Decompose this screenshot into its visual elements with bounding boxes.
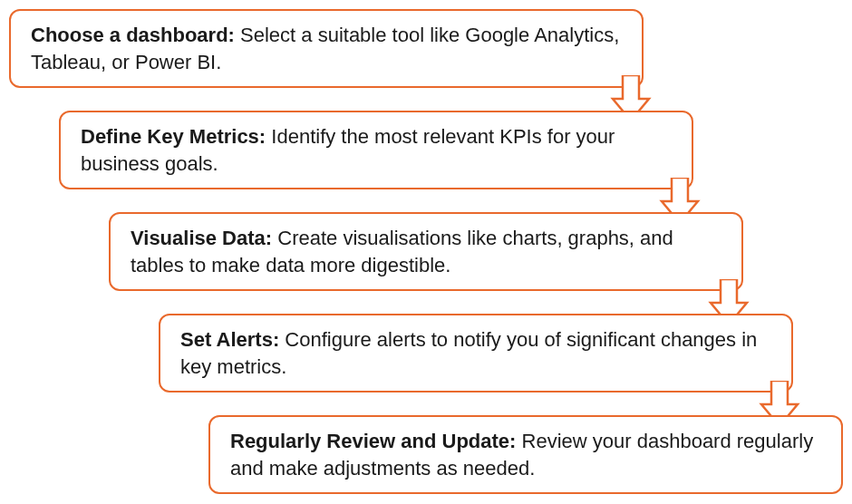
step-box-2: Define Key Metrics: Identify the most re… bbox=[59, 111, 693, 189]
step-box-1: Choose a dashboard: Select a suitable to… bbox=[9, 9, 644, 88]
step-box-3: Visualise Data: Create visualisations li… bbox=[109, 212, 743, 291]
step-1-title: Choose a dashboard: bbox=[31, 24, 235, 46]
step-box-5: Regularly Review and Update: Review your… bbox=[208, 415, 843, 494]
step-3-title: Visualise Data: bbox=[131, 227, 272, 249]
step-box-4: Set Alerts: Configure alerts to notify y… bbox=[159, 314, 793, 393]
step-2-title: Define Key Metrics: bbox=[81, 125, 266, 148]
step-4-title: Set Alerts: bbox=[180, 328, 279, 351]
step-5-title: Regularly Review and Update: bbox=[230, 430, 516, 452]
